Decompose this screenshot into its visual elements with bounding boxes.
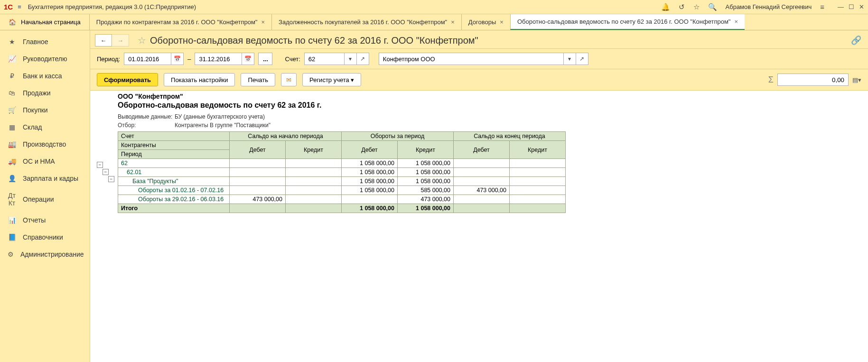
account-cell: База "Продукты" <box>118 177 230 186</box>
register-button[interactable]: Регистр учета ▾ <box>302 73 361 86</box>
open-icon[interactable]: ↗ <box>357 53 369 65</box>
sidebar-item-production[interactable]: 🏭Производство <box>0 136 90 153</box>
period-to-input[interactable] <box>195 53 242 65</box>
title-bar: 1C ≡ Бухгалтерия предприятия, редакция 3… <box>0 0 868 14</box>
data-cell <box>510 177 566 186</box>
sidebar-item-label: Банк и касса <box>23 72 62 80</box>
gear-icon: ⚙ <box>8 251 14 258</box>
meta-value: Контрагенты В группе "Поставщики" <box>175 122 271 129</box>
close-button[interactable]: ✕ <box>859 3 864 10</box>
sidebar-item-sales[interactable]: 🛍Продажи <box>0 84 90 102</box>
data-cell <box>230 186 286 195</box>
data-cell <box>230 168 286 177</box>
maximize-button[interactable]: ☐ <box>849 3 854 10</box>
tab-report-active[interactable]: Оборотно-сальдовая ведомость по счету 62… <box>510 14 745 30</box>
sidebar-item-warehouse[interactable]: ▦Склад <box>0 119 90 136</box>
page-title: Оборотно-сальдовая ведомость по счету 62… <box>150 35 478 46</box>
period-dialog-button[interactable]: ... <box>258 53 272 65</box>
back-button[interactable]: ← <box>95 34 112 46</box>
sidebar-item-label: ОС и НМА <box>23 158 55 165</box>
user-name[interactable]: Абрамов Геннадий Сергеевич <box>726 3 812 10</box>
sidebar-item-bank[interactable]: ₽Банк и касса <box>0 67 90 84</box>
print-button[interactable]: Печать <box>241 73 275 86</box>
user-menu-icon[interactable]: ≡ <box>820 3 824 11</box>
period-from-input[interactable] <box>124 53 171 65</box>
home-icon: 🏠 <box>9 19 16 26</box>
forward-button[interactable]: → <box>112 34 129 46</box>
history-icon[interactable]: ↺ <box>679 3 685 11</box>
data-cell <box>510 195 566 204</box>
calendar-icon[interactable]: 📅 <box>171 53 184 65</box>
th-account: Счет <box>118 132 230 141</box>
sidebar-item-operations[interactable]: Дт КтОперации <box>0 187 90 212</box>
sidebar-item-main[interactable]: ★Главное <box>0 33 90 50</box>
email-button[interactable]: ✉ <box>281 73 297 86</box>
more-icon[interactable]: ▤▾ <box>852 76 861 84</box>
favorite-icon[interactable]: ☆ <box>138 35 146 46</box>
dropdown-icon[interactable]: ▾ <box>345 53 357 65</box>
run-button[interactable]: Сформировать <box>97 73 158 86</box>
period-label: Период: <box>97 56 120 63</box>
sidebar-item-payroll[interactable]: 👤Зарплата и кадры <box>0 170 90 187</box>
report-meta-row: Выводимые данные: БУ (данные бухгалтерск… <box>118 112 566 121</box>
data-cell <box>230 159 286 168</box>
table-row[interactable]: 621 058 000,001 058 000,00 <box>118 159 566 168</box>
sidebar-item-manager[interactable]: 📈Руководителю <box>0 50 90 67</box>
sidebar-item-label: Операции <box>23 195 54 203</box>
total-cell: 1 058 000,00 <box>342 204 398 213</box>
search-icon[interactable]: 🔍 <box>708 3 717 11</box>
sidebar-item-label: Справочники <box>23 233 63 241</box>
account-cell: Обороты за 29.02.16 - 06.03.16 <box>118 195 230 204</box>
tab-debt[interactable]: Задолженность покупателей за 2016 г. ООО… <box>271 14 461 30</box>
account-cell: 62.01 <box>118 168 230 177</box>
sidebar-item-admin[interactable]: ⚙Администрирование <box>0 246 90 263</box>
sidebar-item-purchases[interactable]: 🛒Покупки <box>0 102 90 119</box>
data-cell <box>454 195 510 204</box>
close-icon[interactable]: × <box>451 19 455 26</box>
close-icon[interactable]: × <box>261 19 265 26</box>
data-cell <box>342 195 398 204</box>
toolbar: Сформировать Показать настройки Печать ✉… <box>90 69 868 91</box>
calendar-icon[interactable]: 📅 <box>242 53 254 65</box>
total-cell <box>230 204 286 213</box>
sigma-icon: Σ <box>768 75 774 85</box>
data-cell: 473 000,00 <box>398 195 454 204</box>
tree-collapse-button[interactable]: − <box>108 176 114 182</box>
minimize-button[interactable]: — <box>838 3 844 10</box>
table-row[interactable]: 62.011 058 000,001 058 000,00 <box>118 168 566 177</box>
sum-field[interactable] <box>777 74 849 86</box>
ledger-icon: Дт Кт <box>8 192 16 207</box>
sidebar-item-assets[interactable]: 🚚ОС и НМА <box>0 153 90 170</box>
settings-button[interactable]: Показать настройки <box>164 73 235 86</box>
table-row[interactable]: Обороты за 01.02.16 - 07.02.161 058 000,… <box>118 186 566 195</box>
dropdown-icon[interactable]: ▾ <box>564 53 576 65</box>
sidebar-item-reports[interactable]: 📊Отчеты <box>0 212 90 229</box>
bell-icon[interactable]: 🔔 <box>661 3 670 11</box>
organization-input[interactable] <box>379 53 564 65</box>
tree-collapse-button[interactable]: − <box>103 169 109 175</box>
account-cell: 62 <box>118 159 230 168</box>
th-saldo-end: Сальдо на конец периода <box>454 132 566 141</box>
sidebar-item-label: Покупки <box>23 106 48 114</box>
hamburger-icon[interactable]: ≡ <box>18 3 21 10</box>
total-label: Итого <box>118 204 230 213</box>
home-tab[interactable]: 🏠 Начальная страница <box>0 14 89 30</box>
table-row[interactable]: База "Продукты"1 058 000,001 058 000,00 <box>118 177 566 186</box>
tree-collapse-button[interactable]: − <box>97 162 103 168</box>
table-row[interactable]: Обороты за 29.02.16 - 06.03.16473 000,00… <box>118 195 566 204</box>
close-icon[interactable]: × <box>500 19 504 26</box>
sidebar-item-label: Зарплата и кадры <box>23 175 78 182</box>
close-icon[interactable]: × <box>734 18 738 25</box>
star-icon[interactable]: ☆ <box>693 3 700 11</box>
tab-contracts[interactable]: Договоры × <box>461 14 510 30</box>
link-icon[interactable]: 🔗 <box>851 35 861 46</box>
data-cell: 1 058 000,00 <box>342 177 398 186</box>
th-credit: Кредит <box>286 141 342 159</box>
tab-sales[interactable]: Продажи по контрагентам за 2016 г. ООО "… <box>89 14 271 30</box>
sidebar-item-label: Администрирование <box>20 251 84 258</box>
data-cell: 585 000,00 <box>398 186 454 195</box>
sidebar-item-catalogs[interactable]: 📘Справочники <box>0 229 90 246</box>
open-icon[interactable]: ↗ <box>576 53 588 65</box>
total-cell <box>454 204 510 213</box>
account-input[interactable] <box>304 53 345 65</box>
